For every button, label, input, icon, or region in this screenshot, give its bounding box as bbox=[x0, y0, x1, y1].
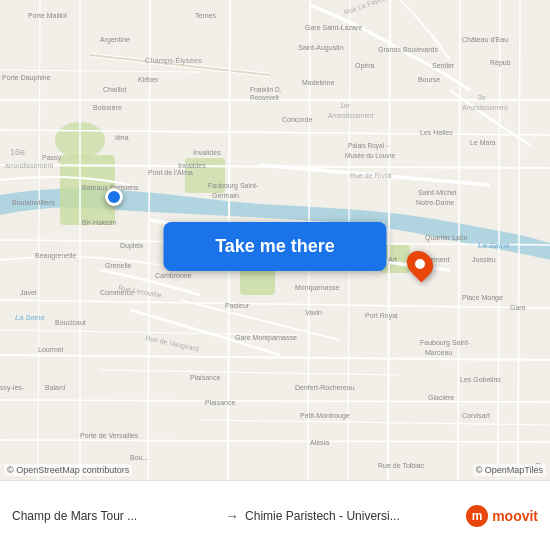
svg-text:Dupleix: Dupleix bbox=[120, 242, 144, 250]
svg-text:ssy-les-: ssy-les- bbox=[0, 384, 25, 392]
svg-text:Vavin: Vavin bbox=[305, 309, 322, 316]
svg-text:Lourmel: Lourmel bbox=[38, 346, 64, 353]
svg-text:Pont de l'Alma: Pont de l'Alma bbox=[148, 169, 193, 176]
svg-text:La Seine: La Seine bbox=[15, 313, 45, 322]
svg-text:Sentier: Sentier bbox=[432, 62, 455, 69]
svg-text:Kléber: Kléber bbox=[138, 76, 159, 83]
svg-text:Franklin D.: Franklin D. bbox=[250, 86, 282, 93]
svg-text:Répub: Répub bbox=[490, 59, 511, 67]
svg-text:Javel: Javel bbox=[20, 289, 37, 296]
svg-text:Grenelle: Grenelle bbox=[105, 262, 132, 269]
destination-location[interactable]: Chimie Paristech - Universi... bbox=[245, 509, 458, 523]
svg-text:Porte Dauphine: Porte Dauphine bbox=[2, 74, 51, 82]
omt-attribution: © OpenMapTiles bbox=[473, 464, 546, 476]
svg-text:Pasteur: Pasteur bbox=[225, 302, 250, 309]
svg-text:Champs-Élysées: Champs-Élysées bbox=[145, 56, 202, 65]
svg-text:Ternes: Ternes bbox=[195, 12, 217, 19]
svg-text:Plaisance: Plaisance bbox=[205, 399, 235, 406]
svg-text:Porte de Versailles: Porte de Versailles bbox=[80, 432, 139, 439]
svg-text:Germain: Germain bbox=[212, 192, 239, 199]
origin-text: Champ de Mars Tour ... bbox=[12, 509, 137, 523]
svg-text:Le Mara: Le Mara bbox=[470, 139, 496, 146]
bottom-bar: Champ de Mars Tour ... → Chimie Paristec… bbox=[0, 480, 550, 550]
svg-text:Balard: Balard bbox=[45, 384, 65, 391]
svg-text:Bir-Hakeim: Bir-Hakeim bbox=[82, 219, 117, 226]
svg-text:Rue de Rivoli: Rue de Rivoli bbox=[350, 172, 392, 179]
svg-text:arrondissement: arrondissement bbox=[5, 162, 53, 169]
svg-text:Iéna: Iéna bbox=[115, 134, 129, 141]
svg-text:Boissière: Boissière bbox=[93, 104, 122, 111]
svg-text:Bourse: Bourse bbox=[418, 76, 440, 83]
svg-text:Palais Royal -: Palais Royal - bbox=[348, 142, 388, 150]
svg-text:Petit-Montrouge: Petit-Montrouge bbox=[300, 412, 350, 420]
svg-text:Gare Saint-Lazare: Gare Saint-Lazare bbox=[305, 24, 362, 31]
svg-text:Alésia: Alésia bbox=[310, 439, 329, 446]
destination-text: Chimie Paristech - Universi... bbox=[245, 509, 400, 523]
svg-text:Concorde: Concorde bbox=[282, 116, 312, 123]
svg-text:Cambronne: Cambronne bbox=[155, 272, 192, 279]
svg-text:Notre-Dame: Notre-Dame bbox=[416, 199, 454, 206]
origin-marker bbox=[105, 188, 123, 206]
svg-text:Saint-Michel: Saint-Michel bbox=[418, 189, 457, 196]
svg-text:Place Monge: Place Monge bbox=[462, 294, 503, 302]
osm-attribution: © OpenStreetMap contributors bbox=[4, 464, 132, 476]
svg-text:Port Royal: Port Royal bbox=[365, 312, 398, 320]
svg-text:Musée du Louvre: Musée du Louvre bbox=[345, 152, 396, 159]
svg-text:Porte Maillot: Porte Maillot bbox=[28, 12, 67, 19]
svg-text:3e: 3e bbox=[478, 94, 486, 101]
svg-text:Roosevelt: Roosevelt bbox=[250, 94, 279, 101]
svg-text:Gare: Gare bbox=[510, 304, 526, 311]
svg-text:Madeleine: Madeleine bbox=[302, 79, 334, 86]
moovit-brand-text: moovit bbox=[492, 508, 538, 524]
svg-text:Glacière: Glacière bbox=[428, 394, 454, 401]
svg-text:Arrondissement: Arrondissement bbox=[328, 112, 374, 119]
svg-text:Faubourg Saint-: Faubourg Saint- bbox=[208, 182, 259, 190]
svg-text:Invalides: Invalides bbox=[193, 149, 221, 156]
svg-text:16e: 16e bbox=[10, 147, 25, 157]
svg-text:Saint-Augustin: Saint-Augustin bbox=[298, 44, 344, 52]
svg-text:Boucicaut: Boucicaut bbox=[55, 319, 86, 326]
svg-text:La Seine: La Seine bbox=[478, 241, 510, 250]
svg-text:Les Gobelins: Les Gobelins bbox=[460, 376, 501, 383]
svg-text:Beaugrenelle: Beaugrenelle bbox=[35, 252, 76, 260]
svg-text:Bou...: Bou... bbox=[130, 454, 148, 461]
svg-text:Boulainvilliers: Boulainvilliers bbox=[12, 199, 55, 206]
svg-text:Denfert-Rochereau: Denfert-Rochereau bbox=[295, 384, 355, 391]
svg-text:Rue de Tolbiac: Rue de Tolbiac bbox=[378, 462, 425, 469]
svg-text:Argentine: Argentine bbox=[100, 36, 130, 44]
svg-text:Quartier Latin: Quartier Latin bbox=[425, 234, 468, 242]
svg-text:Art: Art bbox=[388, 256, 397, 263]
take-me-there-button[interactable]: Take me there bbox=[164, 222, 387, 271]
svg-text:Chaillot: Chaillot bbox=[103, 86, 126, 93]
moovit-m-icon: m bbox=[466, 505, 488, 527]
svg-text:Gare Montparnasse: Gare Montparnasse bbox=[235, 334, 297, 342]
arrow-right-icon: → bbox=[225, 508, 239, 524]
svg-text:Faubourg Saint-: Faubourg Saint- bbox=[420, 339, 471, 347]
svg-text:Jussieu: Jussieu bbox=[472, 256, 496, 263]
origin-location[interactable]: Champ de Mars Tour ... bbox=[12, 509, 225, 523]
svg-text:Invalides: Invalides bbox=[178, 162, 206, 169]
svg-text:Château d'Eau: Château d'Eau bbox=[462, 36, 508, 43]
destination-marker bbox=[408, 250, 432, 278]
svg-text:1er: 1er bbox=[340, 102, 351, 109]
svg-text:Marceau: Marceau bbox=[425, 349, 452, 356]
svg-text:Arrondissement: Arrondissement bbox=[462, 104, 508, 111]
svg-text:Passy: Passy bbox=[42, 154, 62, 162]
map-container: Porte Maillot Ternes Argentine Champs-Él… bbox=[0, 0, 550, 480]
svg-text:Opéra: Opéra bbox=[355, 62, 375, 70]
moovit-logo: m moovit bbox=[466, 505, 538, 527]
svg-text:Les Halles: Les Halles bbox=[420, 129, 453, 136]
svg-text:Grands Boulevards: Grands Boulevards bbox=[378, 46, 438, 53]
svg-text:Montparnasse: Montparnasse bbox=[295, 284, 339, 292]
svg-text:Plaisance: Plaisance bbox=[190, 374, 220, 381]
svg-text:Corvisart: Corvisart bbox=[462, 412, 490, 419]
take-me-there-label: Take me there bbox=[215, 236, 335, 257]
